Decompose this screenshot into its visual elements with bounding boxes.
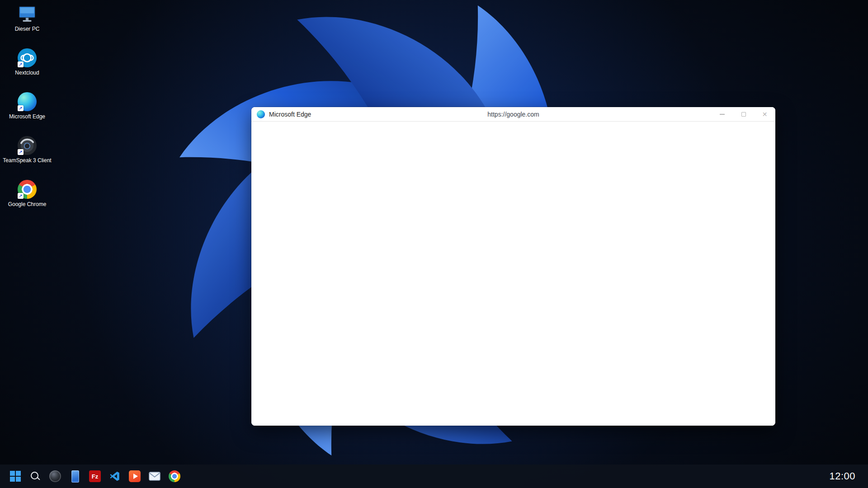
desktop-icon-label: Nextcloud: [15, 70, 39, 76]
window-title: Microsoft Edge: [269, 111, 311, 118]
minimize-icon: [720, 114, 725, 115]
taskbar-vscode-button[interactable]: [105, 466, 125, 486]
close-icon: ✕: [762, 111, 768, 117]
chrome-icon: ↗: [18, 180, 37, 199]
desktop-icon-microsoft-edge[interactable]: ↗ Microsoft Edge: [5, 92, 49, 120]
desktop-icon-this-pc[interactable]: Dieser PC: [5, 5, 49, 32]
browser-viewport[interactable]: [251, 122, 775, 426]
desktop-icon-list: Dieser PC ↗ Nextcloud ↗ Microsoft Edge: [5, 5, 49, 207]
shortcut-arrow-icon: ↗: [18, 105, 24, 111]
shortcut-arrow-icon: ↗: [18, 193, 24, 199]
dark-disc-icon: [49, 470, 61, 482]
mail-icon: [149, 472, 160, 481]
taskbar-phone-app-button[interactable]: [65, 466, 85, 486]
window-url-text: https://google.com: [342, 111, 685, 118]
taskbar-clock[interactable]: 12:00: [829, 470, 863, 482]
search-button[interactable]: [25, 466, 45, 486]
vscode-icon: [109, 470, 121, 482]
filezilla-icon: Fz: [89, 470, 101, 482]
window-controls: ✕: [712, 107, 775, 121]
desktop-icon-teamspeak[interactable]: ↗ TeamSpeak 3 Client: [5, 136, 49, 164]
desktop-icon-label: Google Chrome: [8, 201, 47, 207]
edge-logo-icon: [257, 110, 265, 118]
desktop-icon-label: Dieser PC: [15, 26, 40, 32]
windows-logo-icon: [10, 471, 21, 482]
maximize-button[interactable]: [733, 107, 754, 121]
taskbar-filezilla-button[interactable]: Fz: [85, 466, 105, 486]
desktop-icon-label: Microsoft Edge: [9, 113, 45, 120]
desktop-icon-label: TeamSpeak 3 Client: [3, 157, 51, 164]
edge-window: Microsoft Edge https://google.com ✕: [251, 107, 775, 426]
nextcloud-icon: ↗: [18, 48, 37, 67]
taskbar-mail-button[interactable]: [145, 466, 165, 486]
play-icon: [129, 470, 141, 482]
desktop-icon-google-chrome[interactable]: ↗ Google Chrome: [5, 180, 49, 207]
edge-icon: ↗: [18, 92, 37, 111]
search-icon: [30, 471, 41, 482]
shortcut-arrow-icon: ↗: [18, 149, 24, 155]
shortcut-arrow-icon: ↗: [18, 61, 24, 67]
minimize-button[interactable]: [712, 107, 733, 121]
teamspeak-icon: ↗: [18, 136, 37, 155]
taskbar-chrome-button[interactable]: [165, 466, 184, 486]
taskbar: Fz 12:00: [0, 465, 868, 488]
taskbar-media-app-button[interactable]: [125, 466, 145, 486]
window-titlebar[interactable]: Microsoft Edge https://google.com ✕: [251, 107, 775, 122]
desktop-icon-nextcloud[interactable]: ↗ Nextcloud: [5, 48, 49, 76]
this-pc-icon: [18, 5, 37, 23]
phone-icon: [71, 470, 79, 483]
start-button[interactable]: [5, 466, 25, 486]
taskbar-dark-disc-button[interactable]: [45, 466, 65, 486]
maximize-icon: [741, 112, 746, 117]
chrome-icon: [169, 470, 180, 482]
close-button[interactable]: ✕: [754, 107, 775, 121]
